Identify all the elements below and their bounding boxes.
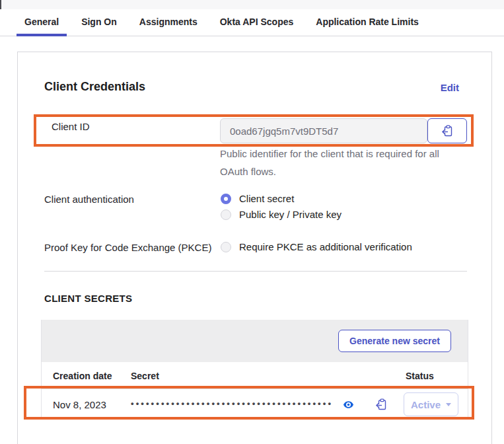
table-toolbar: Generate new secret — [42, 320, 468, 362]
column-header-secret: Secret — [131, 371, 159, 381]
tab-label: Assignments — [139, 17, 198, 27]
tab-sign-on[interactable]: Sign On — [73, 9, 125, 36]
screen-edge-artifact — [0, 0, 1, 9]
edit-link[interactable]: Edit — [441, 82, 459, 93]
tab-label: Application Rate Limits — [316, 17, 419, 27]
pkce-label: Proof Key for Code Exchange (PKCE) — [44, 242, 211, 253]
client-secrets-title: CLIENT SECRETS — [44, 293, 132, 304]
tab-label: General — [24, 17, 59, 27]
table-header-row: Creation date Secret Status — [42, 362, 468, 389]
client-credentials-title: Client Credentials — [44, 80, 145, 94]
eye-icon — [343, 399, 355, 410]
generate-new-secret-button[interactable]: Generate new secret — [338, 330, 451, 352]
creation-date-cell: Nov 8, 2023 — [53, 399, 106, 410]
section-divider — [44, 271, 467, 272]
radio-row-public-private-key: Public key / Private key — [221, 209, 342, 220]
tab-application-rate-limits[interactable]: Application Rate Limits — [308, 9, 427, 36]
tab-label: Okta API Scopes — [220, 17, 294, 27]
radio-row-client-secret: Client secret — [221, 193, 294, 204]
radio-label: Public key / Private key — [239, 209, 342, 220]
tab-okta-api-scopes[interactable]: Okta API Scopes — [212, 9, 302, 36]
client-id-help-text: Public identifier for the client that is… — [220, 145, 439, 180]
copy-secret-button[interactable] — [375, 398, 387, 410]
clipboard-icon — [375, 398, 387, 410]
column-header-status: Status — [406, 371, 434, 381]
client-id-value: 0oad67jgq5m7vt9DT5d7 — [230, 126, 338, 137]
client-secrets-table: Generate new secret Creation date Secret… — [41, 320, 468, 420]
client-authentication-label: Client authentication — [44, 194, 134, 205]
radio-unselected-icon[interactable] — [221, 209, 231, 220]
status-label: Active — [411, 399, 441, 410]
chevron-down-icon — [446, 403, 451, 406]
pkce-checkbox-row: Require PKCE as additional verification — [221, 241, 412, 252]
tab-general[interactable]: General — [17, 9, 67, 36]
column-header-creation-date: Creation date — [53, 371, 112, 381]
checkbox-label: Require PKCE as additional verification — [239, 241, 412, 252]
help-line-1: Public identifier for the client that is… — [220, 145, 439, 163]
settings-card: Client Credentials Edit Client ID 0oad67… — [17, 52, 492, 444]
tab-label: Sign On — [81, 17, 117, 27]
checkbox-unchecked-icon[interactable] — [221, 242, 231, 252]
help-line-2: OAuth flows. — [220, 163, 439, 180]
tab-bar: General Sign On Assignments Okta API Sco… — [0, 9, 504, 36]
tab-assignments[interactable]: Assignments — [131, 9, 205, 36]
table-row: Nov 8, 2023 ••••••••••••••••••••••••••••… — [42, 389, 468, 420]
copy-client-id-button[interactable] — [427, 118, 467, 143]
client-id-input[interactable]: 0oad67jgq5m7vt9DT5d7 — [220, 118, 427, 143]
clipboard-icon — [441, 125, 453, 137]
client-id-label: Client ID — [52, 121, 90, 132]
masked-secret-cell: •••••••••••••••••••••••••••••••••••••••• — [131, 398, 339, 408]
radio-selected-icon[interactable] — [221, 194, 231, 204]
status-dropdown-button[interactable]: Active — [404, 392, 458, 416]
radio-label: Client secret — [239, 193, 294, 204]
top-strip — [0, 0, 504, 10]
reveal-secret-button[interactable] — [343, 398, 355, 410]
okta-app-settings-screen: General Sign On Assignments Okta API Sco… — [0, 0, 504, 444]
